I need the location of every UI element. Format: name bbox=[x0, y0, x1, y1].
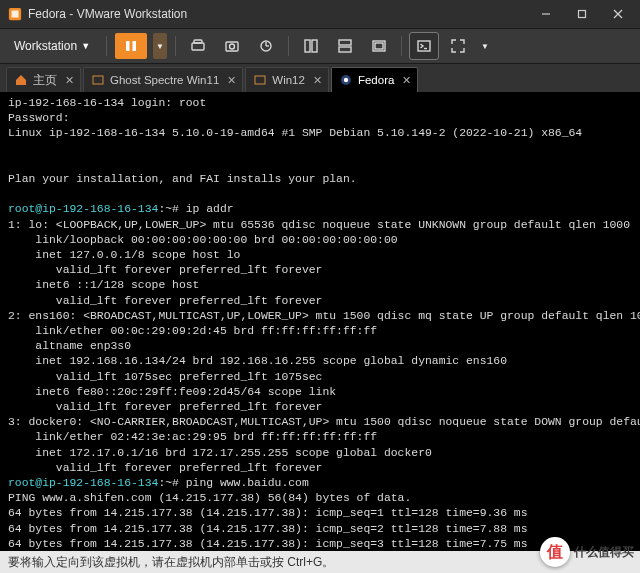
svg-rect-16 bbox=[312, 40, 317, 52]
terminal-line: 1: lo: <LOOPBACK,UP,LOWER_UP> mtu 65536 … bbox=[8, 219, 630, 231]
terminal-line: link/loopback 00:00:00:00:00:00 brd 00:0… bbox=[8, 234, 398, 246]
terminal-line: 64 bytes from 14.215.177.38 (14.215.177.… bbox=[8, 523, 528, 535]
toolbar: Workstation ▼ ▼ ▼ bbox=[0, 29, 640, 64]
terminal-line: link/ether 02:42:3e:ac:29:95 brd ff:ff:f… bbox=[8, 431, 377, 443]
smzdm-badge: 值 bbox=[540, 537, 570, 567]
minimize-button[interactable] bbox=[528, 0, 564, 28]
tab-win12[interactable]: Win12 ✕ bbox=[245, 67, 329, 92]
terminal-line: ip-192-168-16-134 login: root bbox=[8, 97, 206, 109]
terminal-line: valid_lft forever preferred_lft forever bbox=[8, 462, 322, 474]
prompt-user: root@ip-192-168-16-134 bbox=[8, 203, 158, 215]
prompt-cmd: :~# ping www.baidu.com bbox=[158, 477, 308, 489]
terminal-line: link/ether 00:0c:29:09:2d:45 brd ff:ff:f… bbox=[8, 325, 377, 337]
console-button[interactable] bbox=[410, 33, 438, 59]
view-dropdown[interactable]: ▼ bbox=[478, 33, 492, 59]
svg-rect-18 bbox=[339, 47, 351, 52]
chevron-down-icon: ▼ bbox=[81, 41, 90, 51]
window-title: Fedora - VMware Workstation bbox=[28, 7, 187, 21]
terminal-line: valid_lft forever preferred_lft forever bbox=[8, 264, 322, 276]
tab-label: Win12 bbox=[272, 74, 305, 86]
svg-point-11 bbox=[230, 44, 235, 49]
tile-horizontal-button[interactable] bbox=[297, 33, 325, 59]
terminal-line: Plan your installation, and FAI installs… bbox=[8, 173, 357, 185]
tab-fedora[interactable]: Fedora ✕ bbox=[331, 67, 418, 92]
toolbar-separator bbox=[288, 36, 289, 56]
power-dropdown[interactable]: ▼ bbox=[153, 33, 167, 59]
svg-point-26 bbox=[344, 78, 348, 82]
tile-vertical-button[interactable] bbox=[331, 33, 359, 59]
unity-button[interactable] bbox=[365, 33, 393, 59]
statusbar-text: 要将输入定向到该虚拟机，请在虚拟机内部单击或按 Ctrl+G。 bbox=[8, 554, 334, 571]
tab-home[interactable]: 主页 ✕ bbox=[6, 67, 81, 92]
tab-close-icon[interactable]: ✕ bbox=[65, 74, 74, 87]
terminal-line: 64 bytes from 14.215.177.38 (14.215.177.… bbox=[8, 538, 528, 550]
svg-rect-23 bbox=[93, 76, 103, 84]
snapshot-button[interactable] bbox=[218, 33, 246, 59]
svg-rect-6 bbox=[126, 41, 130, 51]
toolbar-separator bbox=[106, 36, 107, 56]
terminal-line: inet6 fe80::20c:29ff:fe09:2d45/64 scope … bbox=[8, 386, 336, 398]
fullscreen-button[interactable] bbox=[444, 33, 472, 59]
svg-rect-20 bbox=[375, 43, 383, 49]
svg-rect-7 bbox=[133, 41, 137, 51]
smzdm-text: 什么值得买 bbox=[574, 546, 634, 559]
terminal-line: inet 127.0.0.1/8 scope host lo bbox=[8, 249, 240, 261]
svg-rect-24 bbox=[255, 76, 265, 84]
chevron-down-icon: ▼ bbox=[156, 42, 164, 51]
terminal-line: 3: docker0: <NO-CARRIER,BROADCAST,MULTIC… bbox=[8, 416, 640, 428]
svg-rect-9 bbox=[194, 40, 202, 43]
terminal-line: valid_lft forever preferred_lft forever bbox=[8, 401, 322, 413]
tab-close-icon[interactable]: ✕ bbox=[402, 74, 411, 87]
workstation-menu[interactable]: Workstation ▼ bbox=[6, 35, 98, 57]
workstation-menu-label: Workstation bbox=[14, 39, 77, 53]
vm-console[interactable]: ip-192-168-16-134 login: root Password: … bbox=[0, 92, 640, 564]
titlebar: Fedora - VMware Workstation bbox=[0, 0, 640, 29]
terminal-line: inet 192.168.16.134/24 brd 192.168.16.25… bbox=[8, 355, 507, 367]
fedora-icon bbox=[340, 74, 352, 86]
terminal-line: 64 bytes from 14.215.177.38 (14.215.177.… bbox=[8, 507, 528, 519]
svg-rect-1 bbox=[12, 11, 19, 18]
close-button[interactable] bbox=[600, 0, 636, 28]
toolbar-separator bbox=[401, 36, 402, 56]
snapshot-manager-button[interactable] bbox=[252, 33, 280, 59]
tab-label: Ghost Spectre Win11 bbox=[110, 74, 219, 86]
maximize-button[interactable] bbox=[564, 0, 600, 28]
terminal-line: Password: bbox=[8, 112, 70, 124]
svg-rect-8 bbox=[192, 43, 204, 50]
tab-close-icon[interactable]: ✕ bbox=[313, 74, 322, 87]
terminal-line: inet6 ::1/128 scope host bbox=[8, 279, 199, 291]
pause-button[interactable] bbox=[115, 33, 147, 59]
svg-rect-3 bbox=[579, 11, 586, 18]
terminal-line: valid_lft 1075sec preferred_lft 1075sec bbox=[8, 371, 322, 383]
tab-close-icon[interactable]: ✕ bbox=[227, 74, 236, 87]
terminal-line: PING www.a.shifen.com (14.215.177.38) 56… bbox=[8, 492, 411, 504]
vm-icon bbox=[92, 74, 104, 86]
home-icon bbox=[15, 74, 27, 86]
send-cad-button[interactable] bbox=[184, 33, 212, 59]
vmware-icon bbox=[8, 7, 22, 21]
prompt-cmd: :~# ip addr bbox=[158, 203, 233, 215]
prompt-user: root@ip-192-168-16-134 bbox=[8, 477, 158, 489]
vm-tab-bar: 主页 ✕ Ghost Spectre Win11 ✕ Win12 ✕ Fedor… bbox=[0, 64, 640, 92]
toolbar-separator bbox=[175, 36, 176, 56]
tab-ghost-spectre[interactable]: Ghost Spectre Win11 ✕ bbox=[83, 67, 243, 92]
vm-icon bbox=[254, 74, 266, 86]
chevron-down-icon: ▼ bbox=[481, 42, 489, 51]
svg-rect-17 bbox=[339, 40, 351, 45]
terminal-line: Linux ip-192-168-16-134 5.10.0-19-amd64 … bbox=[8, 127, 582, 139]
svg-rect-15 bbox=[305, 40, 310, 52]
tab-label: 主页 bbox=[33, 73, 57, 88]
terminal-line: valid_lft forever preferred_lft forever bbox=[8, 295, 322, 307]
terminal-line: altname enp3s0 bbox=[8, 340, 131, 352]
terminal-line: inet 172.17.0.1/16 brd 172.17.255.255 sc… bbox=[8, 447, 432, 459]
smzdm-watermark: 值 什么值得买 bbox=[540, 537, 634, 567]
terminal-line: 2: ens160: <BROADCAST,MULTICAST,UP,LOWER… bbox=[8, 310, 640, 322]
tab-label: Fedora bbox=[358, 74, 394, 86]
